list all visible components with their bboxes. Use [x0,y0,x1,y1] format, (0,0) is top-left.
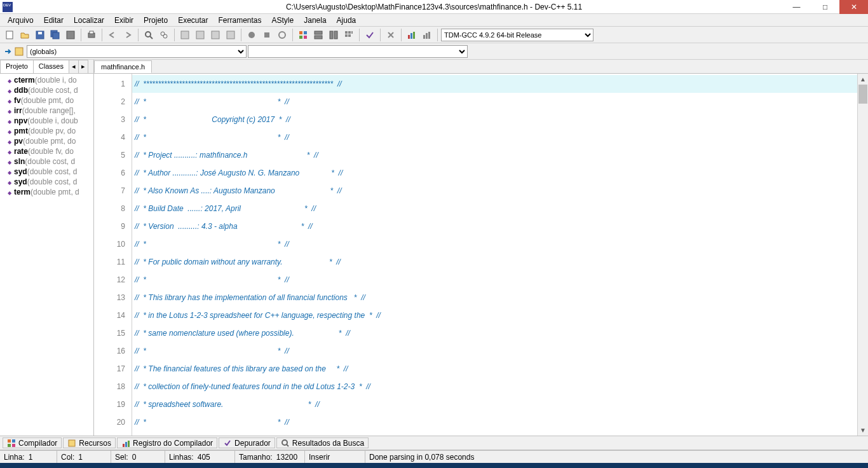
menu-localizar[interactable]: Localizar [69,15,109,26]
class-item[interactable]: ◆fv (double pmt, do [1,95,92,106]
svg-rect-19 [299,31,302,34]
editor-tab-mathfinance[interactable]: mathfinance.h [94,60,152,73]
close-button[interactable]: ✕ [839,0,868,14]
editor-tabs: mathfinance.h [94,60,868,74]
tab-next[interactable]: ▸ [78,60,88,73]
svg-point-16 [248,32,255,38]
svg-rect-36 [426,33,428,39]
find-button[interactable] [142,28,156,42]
menu-astyle[interactable]: AStyle [267,15,299,26]
profile-button[interactable] [275,28,289,42]
tab-prev[interactable]: ◂ [69,60,79,73]
vertical-scrollbar[interactable]: ▲ ▼ [857,74,868,436]
svg-rect-22 [304,36,307,39]
chart1-button[interactable] [405,28,419,42]
svg-rect-4 [53,32,59,39]
svg-rect-27 [345,31,348,34]
tab-busca-label: Resultados da Busca [292,439,364,448]
scope-select[interactable]: (globals) [27,45,247,58]
bookmark-button[interactable] [14,46,24,57]
tab-busca[interactable]: Resultados da Busca [276,437,369,448]
print-button[interactable] [85,28,98,42]
class-item[interactable]: ◆syd (double cost, d [1,177,92,187]
svg-line-9 [150,36,153,39]
menu-projeto[interactable]: Projeto [139,15,173,26]
window-controls: — □ ✕ [782,0,868,14]
menu-ajuda[interactable]: Ajuda [332,15,362,26]
svg-rect-40 [12,439,15,443]
open-button[interactable] [18,28,32,42]
grid1-button[interactable] [296,28,310,42]
goto-button[interactable] [3,46,13,57]
svg-rect-44 [123,444,125,447]
class-item[interactable]: ◆npv (double i, doub [1,116,92,126]
run-button[interactable] [193,28,207,42]
compiler-select[interactable]: TDM-GCC 4.9.2 64-bit Release [441,29,593,41]
undo-button[interactable] [105,28,119,42]
tab-recursos-label: Recursos [79,439,111,448]
code-editor[interactable]: // *************************************… [132,74,857,436]
os-taskbar [0,463,868,468]
menu-exibir[interactable]: Exibir [109,15,139,26]
menu-arquivo[interactable]: Arquivo [3,15,39,26]
menu-executar[interactable]: Executar [173,15,213,26]
status-bar: Linha:1 Col:1 Sel:0 Linhas:405 Tamanho:1… [0,450,868,463]
class-list[interactable]: ◆cterm (double i, do◆ddb (double cost, d… [0,74,93,436]
cancel-button[interactable] [384,28,398,42]
class-item[interactable]: ◆pv (double pmt, do [1,136,92,146]
grid4-button[interactable] [342,28,356,42]
log-icon [121,439,130,448]
line-gutter: 1234567891011121314151617181920 [94,74,132,436]
class-item[interactable]: ◆rate (double fv, do [1,146,92,156]
scroll-thumb[interactable] [858,85,867,104]
class-item[interactable]: ◆term (double pmt, d [1,187,92,197]
stop-button[interactable] [260,28,274,42]
svg-rect-42 [12,444,15,447]
check-button[interactable] [363,28,377,42]
class-item[interactable]: ◆pmt (double pv, do [1,126,92,136]
scroll-up-icon[interactable]: ▲ [858,74,868,85]
svg-rect-26 [334,31,337,39]
save-as-button[interactable] [64,28,78,42]
class-item[interactable]: ◆syd (double cost, d [1,167,92,177]
sidebar-tabs: Projeto Classes ◂ ▸ [0,60,93,74]
menu-editar[interactable]: Editar [39,15,69,26]
new-file-button[interactable] [3,28,17,42]
menu-janela[interactable]: Janela [299,15,331,26]
rebuild-button[interactable] [224,28,238,42]
tab-recursos[interactable]: Recursos [63,437,116,448]
minimize-button[interactable]: — [782,0,811,14]
tab-registro[interactable]: Registro do Compilador [117,437,217,448]
svg-rect-0 [6,31,13,39]
save-button[interactable] [33,28,47,42]
grid3-button[interactable] [327,28,341,42]
debug-button[interactable] [245,28,259,42]
grid-icon [7,439,16,448]
maximize-button[interactable]: □ [811,0,839,14]
replace-button[interactable] [157,28,171,42]
scroll-down-icon[interactable]: ▼ [858,425,868,436]
menu-ferramentas[interactable]: Ferramentas [213,15,266,26]
class-item[interactable]: ◆cterm (double i, do [1,75,92,85]
svg-rect-21 [299,36,302,39]
tab-projeto[interactable]: Projeto [0,60,34,73]
redo-button[interactable] [121,28,135,42]
tab-depurador-label: Depurador [234,439,271,448]
tab-classes[interactable]: Classes [33,60,69,73]
tab-compilador[interactable]: Compilador [3,437,62,448]
status-msg: Done parsing in 0,078 seconds [365,451,868,463]
save-all-button[interactable] [48,28,62,42]
tab-depurador[interactable]: Depurador [219,437,275,448]
chart2-button[interactable] [420,28,434,42]
svg-rect-30 [345,34,348,37]
member-select[interactable] [248,45,468,58]
title-bar: C:\Users\Augusto\Desktop\MathFinance123v… [0,0,868,14]
svg-rect-7 [90,31,93,34]
class-item[interactable]: ◆irr (double range[], [1,106,92,116]
class-item[interactable]: ◆ddb (double cost, d [1,85,92,95]
compile-run-button[interactable] [208,28,222,42]
grid2-button[interactable] [311,28,325,42]
compile-button[interactable] [178,28,192,42]
class-item[interactable]: ◆sln (double cost, d [1,156,92,167]
svg-rect-24 [315,36,322,39]
